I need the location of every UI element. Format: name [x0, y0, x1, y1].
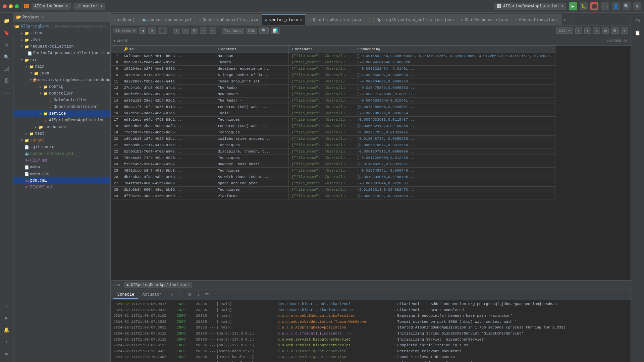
- table-row[interactable]: 29dffd4219-3d38-4155-956d...Platforms{"f…: [111, 193, 555, 199]
- cell-id[interactable]: ae623bc6-2b32-40dc-aaf8...: [121, 123, 215, 129]
- cell-id[interactable]: c69ceb25-187b-4925-b2bc...: [121, 136, 215, 142]
- tab-questioncontroller[interactable]: ☕ QuestionController.java: [196, 14, 262, 25]
- sidebar-structure-icon[interactable]: ≡: [1, 40, 12, 50]
- tree-item-java[interactable]: ▼ 📁 java: [13, 70, 110, 77]
- cell-content[interactable]: As with those indust...: [215, 174, 289, 180]
- cell-content[interactable]: rendered (SSR) web ...: [215, 123, 289, 129]
- commit-button[interactable]: ✓: [200, 27, 207, 34]
- cell-embedding[interactable]: [0.0019293056,0.0166105...: [354, 174, 555, 180]
- sidebar-find-icon[interactable]: 🔍: [1, 52, 12, 62]
- cell-metadata[interactable]: {"file_name": "/Users/lu...: [289, 117, 354, 123]
- cell-metadata[interactable]: {"file_name": "/Users/lu...: [289, 174, 354, 180]
- console-tab[interactable]: Console: [113, 291, 138, 299]
- right-icon-1[interactable]: 🗃: [632, 15, 643, 26]
- tree-item-target[interactable]: ▼ 📁 target: [13, 137, 110, 144]
- table-row[interactable]: 14ad39a182-28ac-42b6-92d2...The Radar —{…: [111, 98, 555, 104]
- stop-button[interactable]: ⬛: [590, 2, 598, 10]
- tree-item-help[interactable]: M+ HELP.md: [13, 157, 110, 164]
- run-tab-close[interactable]: ✕: [187, 283, 190, 287]
- tab-questionservice[interactable]: ☕ QuestionService.java: [306, 14, 365, 25]
- cell-metadata[interactable]: {"file_name": "/Users/lu...: [289, 136, 354, 142]
- col-header-id[interactable]: 🔑id: [121, 46, 215, 53]
- table-row[interactable]: 15558a11f5-10fd-4a76-b11b...rendered (SS…: [111, 104, 555, 110]
- cell-id[interactable]: b1a87071-fd4c-48e3-93c9...: [121, 59, 215, 66]
- layout-btn[interactable]: ▤: [602, 27, 609, 34]
- cell-embedding[interactable]: [0.011046282,0.00331567...: [354, 161, 555, 168]
- tree-item-root[interactable]: ▼ 📂 AISpringDemo ~/Documents/workspace/A…: [13, 23, 110, 30]
- table-row[interactable]: 20c69ceb25-187b-4925-b2bc...collaborativ…: [111, 136, 555, 142]
- cell-metadata[interactable]: {"file_name": "/Users/lu...: [289, 161, 354, 168]
- refresh-button[interactable]: ⟳: [148, 27, 156, 34]
- cell-id[interactable]: cc6509b8-1214-447b-874c...: [121, 142, 215, 148]
- run-tab[interactable]: ▶ AISpringDemoApplication ✕: [124, 282, 192, 288]
- cell-embedding[interactable]: [-0.016745461,-0.000749...: [354, 168, 555, 174]
- add-row-button[interactable]: +: [173, 28, 180, 34]
- cell-metadata[interactable]: {"file_name": "/Users/lu...: [289, 187, 354, 193]
- cell-metadata[interactable]: {"file_name": "/Users/lu...: [289, 148, 354, 155]
- cell-metadata[interactable]: {"file_name": "/Users/lu...: [289, 78, 354, 85]
- cell-metadata[interactable]: {"file_name": "/Users/lu...: [289, 72, 354, 78]
- sidebar-notifications-icon[interactable]: 🔔: [1, 324, 12, 335]
- tree-item-mvnw[interactable]: 📄 mvnw: [13, 164, 110, 171]
- tree-item-datacontroller[interactable]: ☕ DataController: [13, 97, 110, 104]
- cell-content[interactable]: discipline, though, t...: [215, 148, 289, 155]
- cell-embedding[interactable]: [0.0056570577,0.0073669...: [354, 142, 555, 148]
- table-row[interactable]: 1380dfcfc6-b3c7-4588-a356...New Moved...…: [111, 91, 555, 98]
- download-btn[interactable]: ⬇: [575, 27, 582, 34]
- cell-embedding[interactable]: [0.012048785,-0.0055235...: [354, 136, 555, 142]
- cell-metadata[interactable]: {"file_name": "/Users/lu...: [289, 59, 354, 66]
- tab-generation[interactable]: C Generation.class: [512, 14, 561, 25]
- table-row[interactable]: 16597de165-0ac1-46a6-b7e6...Tools{"file_…: [111, 110, 555, 117]
- tab-docker-compose[interactable]: 🐳 docker-compose.yml: [139, 14, 196, 25]
- cell-content[interactable]: Teams shouldn't let...: [215, 78, 289, 85]
- maximize-button[interactable]: [15, 4, 19, 8]
- cell-metadata[interactable]: {"file_name": "/Users/lu...: [289, 168, 354, 174]
- cell-metadata[interactable]: {"file_name": "/Users/lu...: [289, 53, 354, 59]
- cell-metadata[interactable]: {"file_name": "/Users/lu...: [289, 98, 354, 104]
- tree-item-mvn[interactable]: ▶ 📁 .mvn: [13, 37, 110, 43]
- sidebar-more-icon[interactable]: ···: [1, 88, 12, 99]
- table-row[interactable]: 22b150b1b1-76ef-4f02-a84e...discipline, …: [111, 148, 555, 155]
- stop-query-button[interactable]: ⬛: [158, 27, 167, 34]
- data-grid[interactable]: 🔑id Tcontent Tmetadata Tembedding: [111, 46, 631, 280]
- cell-embedding[interactable]: [-0.008780796,0.0036674...: [354, 110, 555, 117]
- cell-content[interactable]: Platforms: [215, 193, 289, 199]
- cell-content[interactable]: developer experience n...: [215, 66, 289, 72]
- tab-vector-store[interactable]: ⊞ vector_store ✕: [262, 14, 306, 25]
- scroll-console-btn[interactable]: ⬇: [195, 291, 202, 299]
- cell-content[interactable]: Techniques: [215, 155, 289, 161]
- cell-id[interactable]: 597de165-0ac1-46a6-b7e6...: [121, 110, 215, 117]
- cell-embedding[interactable]: [0.005582418,0.02109856...: [354, 123, 555, 129]
- project-dropdown-icon[interactable]: ▾: [41, 15, 44, 20]
- chart-button[interactable]: 📊: [271, 27, 280, 34]
- settings-console-btn[interactable]: ☰: [203, 291, 211, 299]
- cell-content[interactable]: Techniques: [215, 187, 289, 193]
- tab-more-button[interactable]: ▾: [561, 14, 568, 25]
- tab-ngdemo[interactable]: ☕ ngDemo): [111, 14, 139, 25]
- tree-item-resources[interactable]: ▶ 📁 resources: [13, 124, 110, 130]
- cell-embedding[interactable]: [0.01236213,0.024882473...: [354, 187, 555, 193]
- right-icon-2[interactable]: 📋: [632, 27, 643, 38]
- cell-embedding[interactable]: [-0.016475879,0.0095330...: [354, 85, 555, 91]
- cell-content[interactable]: collaborative process ...: [215, 136, 289, 142]
- cell-content[interactable]: However, most hosti...: [215, 161, 289, 168]
- cell-embedding[interactable]: [-0.008555857,0.0066620...: [354, 72, 555, 78]
- stop-console-btn[interactable]: ⬛: [177, 291, 184, 299]
- cell-embedding[interactable]: [-0.0016592346,0.005969004,-0.0021928756…: [354, 53, 555, 59]
- cell-content[interactable]: space and can prod...: [215, 180, 289, 187]
- table-row[interactable]: 282b2b6b84-6904-48ec-bb06...Techniques{"…: [111, 187, 555, 193]
- tree-item-questioncontroller[interactable]: ☕ QuestionController: [13, 104, 110, 110]
- cell-embedding[interactable]: [-0.00894104646,0.008820...: [354, 59, 555, 66]
- actuator-tab[interactable]: Actuator: [138, 291, 166, 299]
- cell-content[interactable]: Natesan: [215, 53, 289, 59]
- table-row[interactable]: 24f15cc45c-0184-4666-a207...However, mos…: [111, 161, 555, 168]
- table-row[interactable]: 18ae623bc6-2b32-40dc-aaf8...rendered (SS…: [111, 123, 555, 129]
- cell-content[interactable]: Themes: [215, 59, 289, 66]
- cell-metadata[interactable]: {"file_name": "/Users/lu...: [289, 193, 354, 199]
- tab-close-icon[interactable]: ✕: [300, 18, 302, 22]
- search-db-button[interactable]: 🔍: [259, 27, 269, 34]
- sidebar-bookmark-icon[interactable]: 🔖: [1, 27, 12, 38]
- cell-id[interactable]: ed8b1ecb-e64d-4798-88c1...: [121, 117, 215, 123]
- cell-id[interactable]: f15cc45c-0184-4666-a207...: [121, 161, 215, 168]
- tree-item-pom[interactable]: 🏷 pom.xml: [13, 177, 110, 184]
